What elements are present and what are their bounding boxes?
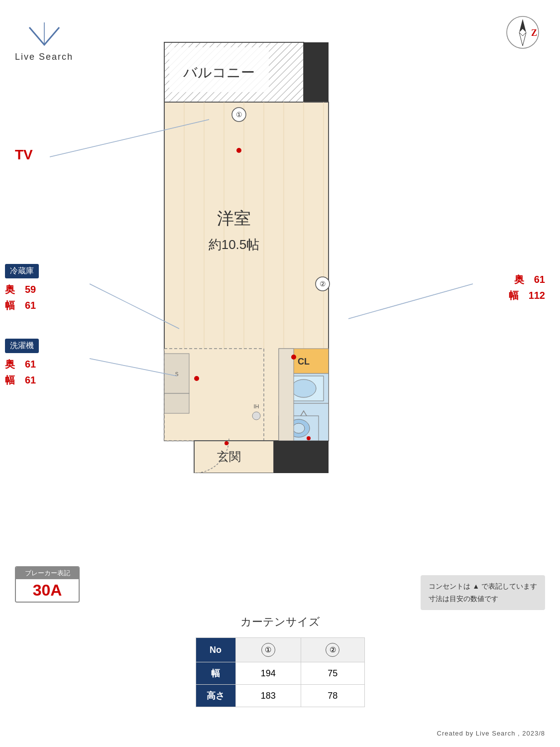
row-height-val2: 78 bbox=[301, 685, 364, 707]
svg-text:S: S bbox=[175, 372, 179, 377]
svg-text:約10.5帖: 約10.5帖 bbox=[209, 237, 260, 252]
svg-rect-42 bbox=[164, 393, 189, 413]
logo: Live Search bbox=[15, 20, 73, 62]
floor-plan-svg: バルコニー ① 洋室 約10.5帖 ② CL IH S bbox=[139, 40, 353, 473]
breaker-header: ブレーカー表記 bbox=[16, 567, 79, 579]
table-row-height: 高さ 183 78 bbox=[196, 685, 364, 707]
curtain-note-line1: コンセントは ▲ で表記しています bbox=[429, 580, 537, 593]
cl-haba-label: 幅 bbox=[509, 290, 519, 301]
breaker-box: ブレーカー表記 30A bbox=[15, 566, 80, 603]
logo-icon bbox=[24, 20, 64, 50]
svg-line-53 bbox=[348, 284, 473, 319]
wash-haba-val: 61 bbox=[25, 374, 36, 385]
row-width-label: 幅 bbox=[196, 662, 235, 685]
cl-oku-label: 奥 bbox=[514, 274, 524, 285]
svg-text:洋室: 洋室 bbox=[217, 209, 251, 228]
svg-point-49 bbox=[224, 441, 228, 445]
curtain-table: No ① ② 幅 194 75 高さ 183 78 bbox=[196, 637, 365, 707]
circle-1: ① bbox=[261, 643, 275, 657]
footer-text: Created by Live Search , 2023/8 bbox=[437, 730, 545, 737]
svg-text:①: ① bbox=[236, 111, 242, 119]
ref-haba-label: 幅 bbox=[5, 300, 15, 311]
svg-text:バルコニー: バルコニー bbox=[183, 65, 255, 80]
svg-rect-9 bbox=[304, 42, 329, 102]
curtain-note-line2: 寸法は目安の数値です bbox=[429, 593, 537, 605]
logo-text: Live Search bbox=[15, 52, 73, 62]
svg-text:②: ② bbox=[320, 280, 326, 288]
tv-label: TV bbox=[15, 147, 33, 163]
svg-point-39 bbox=[252, 412, 260, 420]
refrigerator-dims: 奥 59 幅 61 bbox=[5, 281, 39, 313]
col-no: No bbox=[196, 638, 235, 662]
wash-oku-val: 61 bbox=[25, 359, 36, 370]
svg-point-45 bbox=[291, 355, 296, 360]
cl-haba-val: 112 bbox=[529, 290, 545, 301]
ref-haba-val: 61 bbox=[25, 300, 36, 311]
refrigerator-label: 冷蔵庫 奥 59 幅 61 bbox=[5, 264, 39, 313]
wash-oku-label: 奥 bbox=[5, 359, 15, 370]
curtain-section: カーテンサイズ No ① ② 幅 194 75 高さ 183 78 bbox=[196, 615, 365, 707]
curtain-note: コンセントは ▲ で表記しています 寸法は目安の数値です bbox=[421, 575, 545, 610]
washer-label: 洗濯機 奥 61 幅 61 bbox=[5, 339, 39, 388]
closet-dims-label: 奥 61 幅 112 bbox=[509, 271, 545, 303]
svg-point-30 bbox=[291, 379, 316, 397]
row-height-val1: 183 bbox=[235, 685, 301, 707]
svg-point-35 bbox=[293, 423, 305, 433]
col-1: ① bbox=[235, 638, 301, 662]
compass-icon: Z bbox=[505, 15, 540, 50]
table-row-width: 幅 194 75 bbox=[196, 662, 364, 685]
ref-oku-val: 59 bbox=[25, 284, 36, 295]
ref-oku-label: 奥 bbox=[5, 284, 15, 295]
svg-text:IH: IH bbox=[254, 403, 259, 409]
col-2: ② bbox=[301, 638, 364, 662]
washer-badge: 洗濯機 bbox=[5, 339, 39, 353]
row-height-label: 高さ bbox=[196, 685, 235, 707]
breaker-value: 30A bbox=[16, 579, 79, 602]
svg-point-44 bbox=[194, 376, 199, 381]
svg-text:CL: CL bbox=[298, 357, 310, 367]
curtain-title: カーテンサイズ bbox=[196, 615, 365, 629]
svg-point-43 bbox=[236, 148, 241, 153]
row-width-val1: 194 bbox=[235, 662, 301, 685]
svg-point-36 bbox=[307, 436, 311, 440]
compass: Z bbox=[505, 15, 540, 50]
refrigerator-badge: 冷蔵庫 bbox=[5, 264, 39, 278]
svg-rect-37 bbox=[279, 349, 294, 441]
table-row-header: No ① ② bbox=[196, 638, 364, 662]
cl-oku-val: 61 bbox=[534, 274, 545, 285]
row-width-val2: 75 bbox=[301, 662, 364, 685]
svg-text:Z: Z bbox=[531, 28, 537, 38]
svg-rect-47 bbox=[274, 441, 329, 473]
circle-2: ② bbox=[326, 643, 339, 657]
washer-dims: 奥 61 幅 61 bbox=[5, 356, 39, 388]
wash-haba-label: 幅 bbox=[5, 374, 15, 385]
